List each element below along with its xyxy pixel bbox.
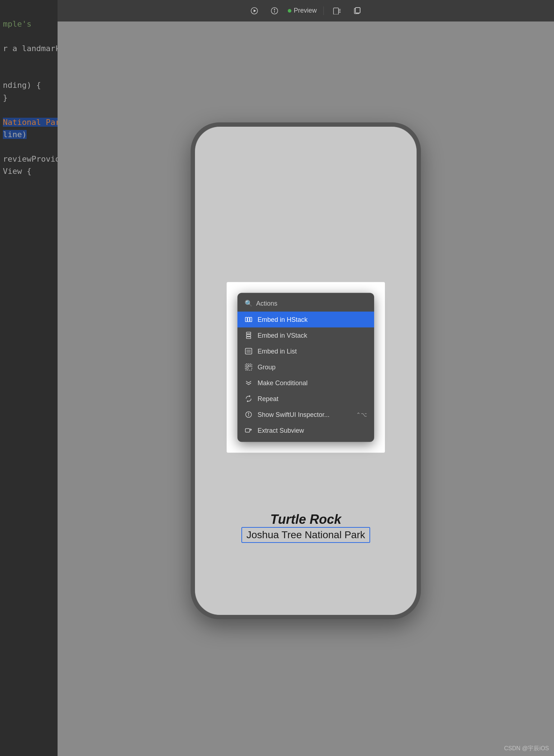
menu-item-inspector[interactable]: Show SwiftUI Inspector... ⌃⌥ <box>237 407 374 423</box>
svg-rect-15 <box>246 332 251 334</box>
code-line-10: line) <box>3 129 55 141</box>
menu-item-group-label: Group <box>258 363 367 371</box>
context-menu-title: Actions <box>256 300 277 307</box>
selected-element-background: 🔍 Actions <box>227 282 385 453</box>
extract-icon <box>245 427 253 435</box>
code-panel: mple's r a landmark. nding) { } National… <box>0 0 58 756</box>
joshua-text: Joshua Tree National Park <box>241 527 370 543</box>
info-button[interactable] <box>268 4 281 18</box>
svg-point-4 <box>274 9 275 10</box>
code-line-12: reviewProvider <box>3 153 55 165</box>
menu-item-repeat-label: Repeat <box>258 395 367 402</box>
code-line-5 <box>3 67 55 79</box>
context-menu-overlay: 🔍 Actions <box>227 282 385 453</box>
menu-item-make-conditional-label: Make Conditional <box>258 379 367 387</box>
code-line-6: nding) { <box>3 79 55 91</box>
menu-item-embed-vstack-label: Embed in VStack <box>258 332 367 339</box>
menu-item-embed-list[interactable]: Embed in List <box>237 343 374 359</box>
code-line-4 <box>3 55 55 67</box>
repeat-icon <box>245 395 253 403</box>
svg-rect-13 <box>248 318 250 322</box>
menu-item-embed-hstack[interactable]: Embed in HStack <box>237 312 374 328</box>
search-icon: 🔍 <box>245 300 253 307</box>
preview-badge: Preview <box>288 7 317 14</box>
phone-content: Turtle Rock Joshua Tree National Park <box>195 512 417 543</box>
duplicate-button[interactable] <box>350 4 364 18</box>
context-menu: 🔍 Actions <box>237 293 374 442</box>
svg-rect-25 <box>246 368 248 369</box>
menu-item-embed-vstack[interactable]: Embed in VStack <box>237 328 374 343</box>
code-line-8 <box>3 104 55 116</box>
context-menu-header: 🔍 Actions <box>237 297 374 312</box>
code-line-9: National Park") <box>3 116 55 129</box>
device-button[interactable] <box>330 4 344 18</box>
svg-point-28 <box>248 413 249 414</box>
code-line-13: View { <box>3 165 55 177</box>
menu-item-inspector-label: Show SwiftUI Inspector... <box>258 411 351 418</box>
menu-item-extract-subview-label: Extract Subview <box>258 427 367 434</box>
phone-mockup: Turtle Rock Joshua Tree National Park 🔍 … <box>191 122 421 619</box>
main-area: Turtle Rock Joshua Tree National Park 🔍 … <box>58 22 554 756</box>
svg-rect-17 <box>246 337 251 339</box>
menu-item-embed-hstack-label: Embed in HStack <box>258 316 367 323</box>
menu-item-extract-subview[interactable]: Extract Subview <box>237 423 374 438</box>
toolbar-divider <box>323 6 324 15</box>
group-icon <box>245 363 253 371</box>
svg-rect-10 <box>355 8 360 13</box>
preview-dot <box>288 9 291 13</box>
menu-item-embed-list-label: Embed in List <box>258 347 367 355</box>
svg-rect-16 <box>246 334 251 336</box>
svg-rect-12 <box>245 318 247 322</box>
svg-rect-24 <box>249 365 251 367</box>
menu-item-repeat[interactable]: Repeat <box>237 391 374 407</box>
phone-screen: Turtle Rock Joshua Tree National Park 🔍 … <box>195 127 417 615</box>
svg-marker-1 <box>254 9 256 12</box>
top-toolbar: Preview <box>58 0 554 22</box>
play-button[interactable] <box>248 4 261 18</box>
menu-item-group[interactable]: Group <box>237 359 374 375</box>
code-line-3: r a landmark. <box>3 42 55 55</box>
code-line-1: mple's <box>3 18 55 30</box>
hstack-icon <box>245 316 253 324</box>
preview-label: Preview <box>294 7 317 14</box>
svg-rect-14 <box>250 318 252 322</box>
inspector-icon <box>245 411 253 419</box>
code-line-7: } <box>3 92 55 104</box>
conditional-icon <box>245 379 253 387</box>
svg-rect-5 <box>333 8 339 14</box>
svg-rect-22 <box>245 364 252 370</box>
menu-item-inspector-shortcut: ⌃⌥ <box>356 411 367 418</box>
svg-rect-23 <box>246 365 248 367</box>
code-line-11 <box>3 141 55 153</box>
watermark: CSDN @宇辰iOS <box>504 745 549 752</box>
list-icon <box>245 347 253 355</box>
turtle-text: Turtle Rock <box>195 512 417 527</box>
vstack-icon <box>245 332 253 339</box>
svg-rect-29 <box>245 429 250 432</box>
menu-item-make-conditional[interactable]: Make Conditional <box>237 375 374 391</box>
code-line-2 <box>3 30 55 42</box>
